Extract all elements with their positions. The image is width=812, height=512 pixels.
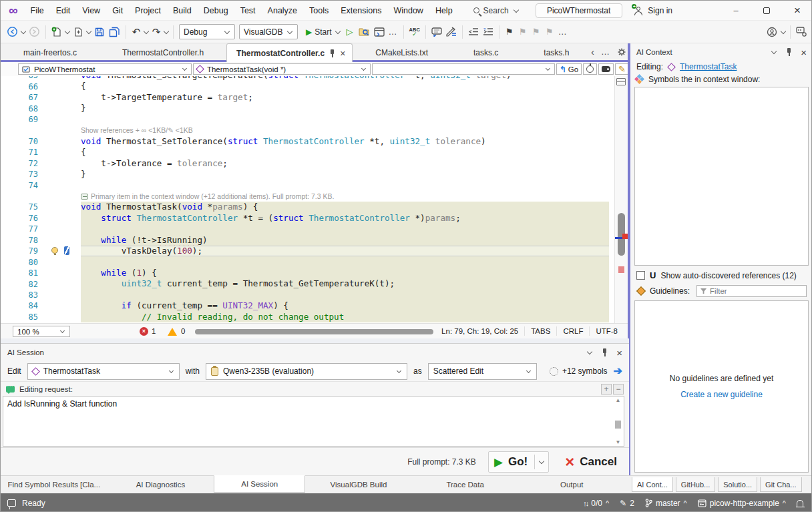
line-number[interactable]: 68	[1, 104, 42, 113]
cancel-button[interactable]: Cancel	[561, 451, 621, 473]
line-endings[interactable]: CRLF	[556, 326, 589, 336]
line-number[interactable]: 66	[1, 82, 42, 91]
code-line[interactable]: 65void Thermostat_SetTargetTemperature(s…	[1, 76, 614, 81]
redo-history-chevron-icon[interactable]	[164, 28, 169, 33]
line-number[interactable]: 85	[1, 312, 42, 322]
next-bookmark-button[interactable]	[530, 24, 543, 40]
menu-item-tools[interactable]: Tools	[303, 1, 335, 20]
toggle-comment-button[interactable]	[429, 24, 444, 40]
line-number[interactable]: 84	[1, 301, 42, 310]
web-browser-profile-button[interactable]	[765, 24, 780, 40]
save-all-button[interactable]	[107, 24, 122, 40]
menu-item-help[interactable]: Help	[429, 1, 459, 20]
spell-check-button[interactable]: ABC✓	[407, 24, 422, 40]
format-document-button[interactable]	[444, 24, 459, 40]
search-box[interactable]: Search	[468, 5, 525, 17]
member-dropdown[interactable]	[372, 63, 555, 75]
menu-item-file[interactable]: File	[25, 1, 50, 20]
go-button[interactable]: Go!	[488, 451, 549, 473]
tab-main-freertos-c[interactable]: main-freertos.c	[1, 43, 99, 62]
go-button[interactable]: Go	[556, 63, 582, 75]
bookmark-overflow-button[interactable]	[556, 24, 570, 40]
minimize-button[interactable]	[721, 1, 751, 21]
editor-vertical-scrollbar[interactable]	[614, 76, 628, 323]
close-tab-icon[interactable]	[340, 48, 345, 59]
line-number[interactable]: 82	[1, 280, 42, 289]
line-number[interactable]: 69	[1, 115, 42, 124]
undo-button[interactable]	[130, 24, 143, 40]
symbols-badge[interactable]: +12 symbols	[550, 366, 608, 376]
bottom-tab-ai-session[interactable]: AI Session	[214, 475, 305, 493]
sign-in-button[interactable]: Sign in	[627, 1, 679, 21]
pin-icon[interactable]	[330, 49, 335, 57]
scroll-tabs-left-icon[interactable]	[591, 46, 594, 57]
remove-request-button[interactable]: −	[613, 384, 624, 395]
new-project-chevron-icon[interactable]	[65, 28, 70, 33]
code-lens-text[interactable]: Primary item in the context window (+12 …	[91, 192, 334, 200]
line-number[interactable]: 81	[1, 268, 42, 278]
toolbar-overflow-button[interactable]	[387, 24, 400, 40]
symbol-dropdown[interactable]: ThermostatTask(void *)	[193, 63, 371, 75]
auto-refs-checkbox[interactable]	[636, 271, 645, 280]
menu-item-test[interactable]: Test	[234, 1, 262, 20]
scroll-down-icon[interactable]	[616, 439, 621, 445]
panel-menu-chevron-icon[interactable]	[587, 349, 592, 354]
side-tab-ai-cont[interactable]: AI Cont...	[632, 477, 673, 492]
maximize-button[interactable]	[751, 1, 782, 21]
code-line[interactable]: 84 if (current_temp == UINT32_MAX) {	[1, 300, 614, 311]
code-line[interactable]: 80	[1, 256, 614, 267]
toggle-bookmark-button[interactable]	[503, 24, 516, 40]
code-line[interactable]: 71{	[1, 147, 614, 158]
model-dropdown[interactable]: Qwen3-235B (evaluation)	[206, 363, 407, 380]
close-panel-icon[interactable]	[616, 347, 622, 358]
git-branch[interactable]: master	[645, 499, 687, 508]
undo-history-chevron-icon[interactable]	[144, 28, 149, 33]
code-line[interactable]: 78 while (!t->IsRunning)	[1, 235, 614, 246]
code-line[interactable]: 85 // Invalid reading, do not change out…	[1, 312, 614, 322]
code-line[interactable]: 75void ThermostatTask(void *params) {	[1, 202, 614, 212]
line-number[interactable]: 71	[1, 148, 42, 157]
tab-settings-gear-icon[interactable]	[617, 47, 626, 57]
code-line[interactable]: 74	[1, 180, 614, 190]
navigate-back-button[interactable]	[5, 24, 20, 40]
ai-context-header[interactable]: AI Context	[630, 43, 812, 61]
line-number[interactable]: 72	[1, 159, 42, 168]
line-number[interactable]: 70	[1, 137, 42, 146]
ai-session-header[interactable]: AI Session	[1, 344, 629, 361]
find-in-files-button[interactable]	[357, 24, 372, 40]
start-debugging-button[interactable]: Start	[304, 24, 343, 40]
edit-symbol-button[interactable]	[615, 63, 629, 75]
lightbulb-icon[interactable]	[51, 247, 58, 254]
request-scrollbar[interactable]	[613, 397, 623, 445]
panel-menu-chevron-icon[interactable]	[771, 49, 777, 54]
browser-profile-chevron-icon[interactable]	[781, 28, 786, 33]
decrease-indent-button[interactable]	[466, 24, 481, 40]
close-button[interactable]	[782, 1, 812, 21]
go-options-chevron-icon[interactable]	[539, 459, 544, 464]
solution-platform-combo[interactable]: VisualGDB	[239, 24, 298, 39]
create-guideline-link[interactable]: Create a new guideline	[680, 390, 763, 399]
history-button[interactable]	[583, 63, 597, 75]
indent-mode[interactable]: TABS	[524, 326, 556, 336]
pending-changes[interactable]: 2	[620, 499, 634, 508]
line-number[interactable]: 67	[1, 93, 42, 102]
tab-thermostatcontroller-c[interactable]: ThermostatController.c	[226, 43, 353, 62]
line-number[interactable]: 77	[1, 224, 42, 234]
code-line[interactable]: Show references + ∞ <1KB/✎ <1KB	[1, 125, 614, 136]
quick-action-badge[interactable]	[64, 246, 69, 255]
label-button[interactable]	[598, 63, 614, 75]
caret-position[interactable]: Ln: 79, Ch: 19, Col: 25	[435, 326, 524, 336]
scrollbar-thumb[interactable]	[615, 421, 621, 429]
menu-item-view[interactable]: View	[76, 1, 106, 20]
tab-thermostatcontroller-h[interactable]: ThermostatController.h	[99, 43, 226, 62]
send-feedback-button[interactable]	[794, 24, 809, 40]
bottom-tab-visualgdb-build[interactable]: VisualGDB Build	[305, 476, 412, 493]
code-line[interactable]: Primary item in the context window (+12 …	[1, 191, 614, 202]
code-line[interactable]: 82 uint32_t current_temp = Thermostat_Ge…	[1, 278, 614, 289]
sync-status[interactable]: 0/0	[583, 499, 609, 508]
code-line[interactable]: 83	[1, 290, 614, 300]
side-tab-git-cha[interactable]: Git Cha...	[760, 477, 801, 492]
menu-item-project[interactable]: Project	[129, 1, 167, 20]
pin-icon[interactable]	[787, 48, 791, 56]
code-line[interactable]: 76 struct ThermostatController *t = (str…	[1, 213, 614, 224]
